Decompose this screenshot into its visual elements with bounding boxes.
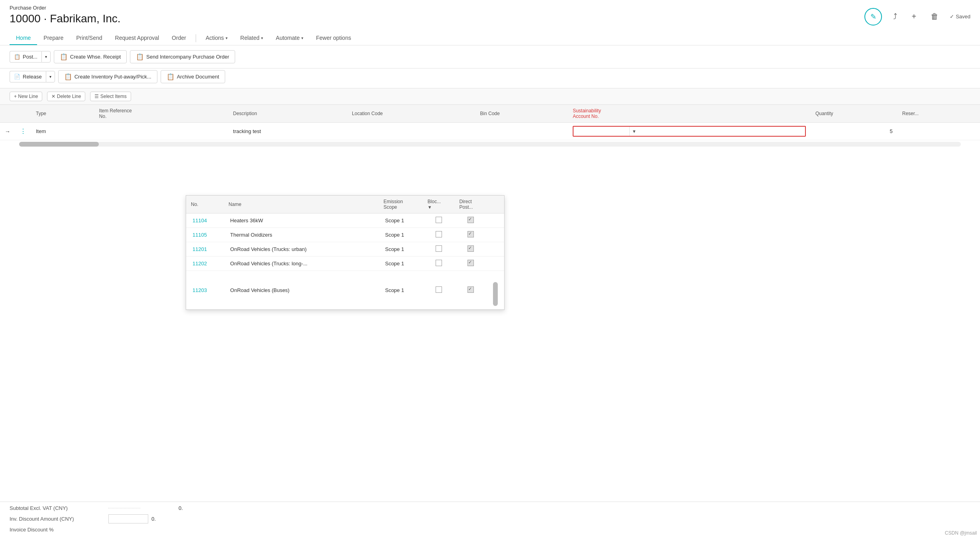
h-scrollbar[interactable] (19, 142, 961, 147)
row-type: Item (36, 128, 46, 134)
add-button[interactable]: + (908, 10, 919, 23)
create-whse-receipt-button[interactable]: 📋 Create Whse. Receipt (54, 50, 127, 63)
row-item-ref-cell (94, 123, 228, 140)
create-whse-label: Create Whse. Receipt (70, 54, 121, 60)
col-quantity: Quantity (811, 105, 898, 123)
nav-tabs: Home Prepare Print/Send Request Approval… (10, 31, 970, 45)
archive-label: Archive Document (177, 74, 219, 80)
tab-related[interactable]: Related ▾ (234, 31, 269, 45)
sustainability-account-input[interactable] (573, 127, 629, 136)
page-type-label: Purchase Order (10, 5, 46, 11)
tab-prepare[interactable]: Prepare (37, 31, 70, 45)
tab-actions[interactable]: Actions ▾ (199, 31, 234, 45)
tab-request-approval[interactable]: Request Approval (109, 31, 166, 45)
release-dropdown-arrow[interactable]: ▾ (46, 71, 55, 82)
archive-document-button[interactable]: 📋 Archive Document (161, 70, 225, 83)
send-intercompany-button[interactable]: 📋 Send Intercompany Purchase Order (130, 50, 235, 63)
share-button[interactable]: ⤴ (890, 10, 900, 23)
row-description-cell: tracking test (228, 123, 347, 140)
tab-fewer-options[interactable]: Fewer options (310, 31, 357, 45)
row-bin-code-cell (475, 123, 568, 140)
new-line-button[interactable]: + New Line (10, 92, 42, 101)
post-dropdown-arrow[interactable]: ▾ (41, 51, 51, 63)
sustainability-input-wrapper: ▾ (573, 126, 806, 137)
post-label: Post... (23, 54, 37, 60)
release-label: Release (23, 74, 42, 80)
col-sustainability: SustainabilityAccount No. (568, 105, 811, 123)
create-whse-icon: 📋 (60, 53, 68, 61)
related-dropdown-arrow: ▾ (261, 36, 263, 40)
delete-line-button[interactable]: ✕ Delete Line (47, 92, 85, 101)
edit-button[interactable]: ✎ (864, 8, 882, 25)
select-items-button[interactable]: ☰ Select Items (90, 92, 131, 101)
table-row: → ⋮ Item tracking test ▾ 5 (0, 123, 980, 140)
row-sustainability-cell: ▾ (568, 123, 811, 140)
row-menu-icon[interactable]: ⋮ (20, 128, 26, 135)
page-title: 10000 · Fabrikam, Inc. (10, 12, 864, 25)
release-icon: 📄 (14, 74, 20, 80)
share-icon: ⤴ (893, 12, 897, 21)
action-toolbar-row2: 📄 Release ▾ 📋 Create Inventory Put-away/… (0, 69, 980, 88)
automate-dropdown-arrow: ▾ (301, 36, 303, 40)
post-button-split: 📋 Post... ▾ (10, 51, 51, 63)
create-inventory-label: Create Inventory Put-away/Pick... (75, 74, 151, 80)
send-intercompany-label: Send Intercompany Purchase Order (146, 54, 229, 60)
row-location-cell (347, 123, 475, 140)
new-line-label: + New Line (14, 94, 38, 99)
post-icon: 📋 (14, 54, 20, 60)
row-arrow-cell: → (0, 123, 15, 140)
h-scrollbar-container (0, 140, 980, 148)
row-menu-cell[interactable]: ⋮ (15, 123, 31, 140)
table-container: Type Item ReferenceNo. Description Locat… (0, 105, 980, 148)
actions-dropdown-arrow: ▾ (226, 36, 228, 40)
archive-icon: 📋 (167, 73, 175, 80)
create-inventory-icon: 📋 (64, 73, 72, 80)
select-items-label: ☰ Select Items (94, 94, 126, 99)
row-arrow-icon: → (5, 128, 10, 135)
tab-print-send[interactable]: Print/Send (70, 31, 108, 45)
delete-button[interactable]: 🗑 (927, 10, 942, 23)
header-icons: ✎ ⤴ + 🗑 Saved (864, 8, 970, 25)
tab-order[interactable]: Order (165, 31, 192, 45)
purchase-order-table: Type Item ReferenceNo. Description Locat… (0, 105, 980, 140)
col-item-ref: Item ReferenceNo. (94, 105, 228, 123)
edit-icon: ✎ (870, 12, 876, 21)
col-location-code: Location Code (347, 105, 475, 123)
col-reserved: Reser... (898, 105, 980, 123)
row-type-cell: Item (31, 123, 94, 140)
release-button-split: 📄 Release ▾ (10, 71, 55, 82)
send-intercompany-icon: 📋 (136, 53, 144, 61)
sub-toolbar: + New Line ✕ Delete Line ☰ Select Items (0, 88, 980, 105)
release-button[interactable]: 📄 Release (10, 71, 46, 82)
row-reserved-cell (898, 123, 980, 140)
col-arrow (0, 105, 15, 123)
h-scrollbar-thumb[interactable] (19, 142, 99, 147)
delete-icon: 🗑 (931, 12, 939, 21)
col-bin-code: Bin Code (475, 105, 568, 123)
action-toolbar: 📋 Post... ▾ 📋 Create Whse. Receipt 📋 Sen… (0, 45, 980, 69)
post-button[interactable]: 📋 Post... (10, 51, 41, 63)
col-type: Type (31, 105, 94, 123)
tab-home[interactable]: Home (10, 31, 37, 45)
delete-line-label: ✕ Delete Line (51, 94, 81, 99)
col-menu (15, 105, 31, 123)
sustainability-dropdown-button[interactable]: ▾ (629, 127, 639, 136)
nav-divider (196, 34, 196, 42)
tab-automate[interactable]: Automate ▾ (269, 31, 310, 45)
create-inventory-button[interactable]: 📋 Create Inventory Put-away/Pick... (58, 70, 157, 83)
page-header: Purchase Order 10000 · Fabrikam, Inc. ✎ … (0, 0, 980, 45)
row-description: tracking test (233, 128, 261, 134)
saved-status: Saved (950, 14, 970, 20)
col-description: Description (228, 105, 347, 123)
add-icon: + (911, 12, 916, 21)
row-quantity-cell: 5 (811, 123, 898, 140)
